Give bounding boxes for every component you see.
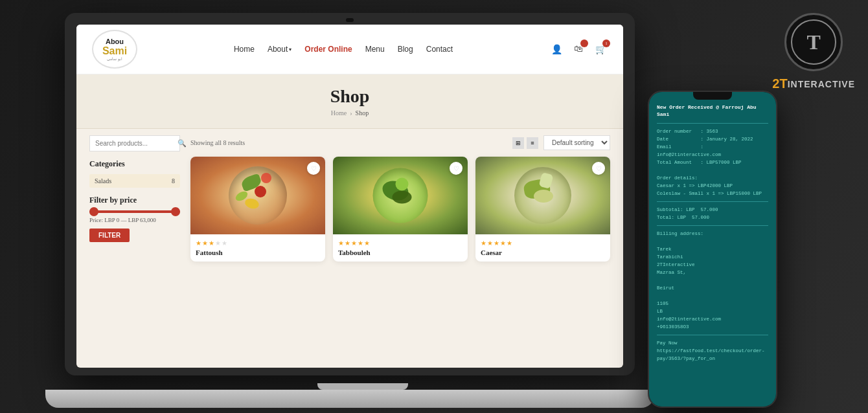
wishlist-btn-caesar[interactable]: ♡: [592, 162, 605, 175]
grid-view-button[interactable]: ⊞: [512, 137, 524, 149]
sidebar: 🔍 Categories Salads 8 Filter by price: [89, 135, 180, 362]
divider-3: [657, 225, 768, 226]
website: Abou Sami ابو سامي Home About ▾ Order On…: [76, 25, 623, 368]
phone-screen: New Order Received @ Farrouj Abu Sami Or…: [649, 92, 776, 407]
shop-content: 🔍 Categories Salads 8 Filter by price: [76, 129, 623, 368]
laptop-screen: Abou Sami ابو سامي Home About ▾ Order On…: [76, 25, 623, 368]
brand-name: 2T INTERACTIVE: [772, 76, 855, 91]
product-info-caesar: ★ ★ ★ ★ ★ Caesar: [475, 234, 610, 262]
nav-links: Home About ▾ Order Online Menu Blog Cont…: [234, 45, 453, 54]
filter-button[interactable]: FILTER: [89, 229, 130, 242]
nav-menu[interactable]: Menu: [365, 45, 385, 54]
laptop-device: Abou Sami ابو سامي Home About ▾ Order On…: [65, 13, 661, 408]
price-range-slider[interactable]: [89, 210, 180, 213]
order-details-label: Order details:: [657, 175, 698, 181]
wishlist-btn-fattoush[interactable]: ♡: [307, 162, 320, 175]
phone-order-details: Order number : 3563 Date : January 28, 2…: [657, 128, 768, 197]
nav-icons: 👤 🛍 🛒 1: [549, 42, 608, 56]
price-label: Price: LBP 0 — LBP 63,000: [89, 217, 180, 223]
order-item-2: Coleslaw - Small x 1 => LBP15000 LBP: [657, 191, 762, 196]
product-image-tabbouleh: ♡: [333, 157, 468, 234]
product-card-fattoush[interactable]: ♡ ★ ★ ★ ★ ★: [190, 157, 325, 262]
phone-device: New Order Received @ Farrouj Abu Sami Or…: [648, 91, 777, 408]
price-range-fill: [89, 210, 180, 213]
cart-icon[interactable]: 🛒 1: [593, 42, 608, 56]
phone-totals: Subtotal: LBP 57.000 Total: LBP 57.000: [657, 206, 768, 221]
price-handle-min[interactable]: [89, 207, 98, 216]
product-info-tabbouleh: ★ ★ ★ ★ ★ Tabbouleh: [333, 234, 468, 262]
product-card-tabbouleh[interactable]: ♡ ★ ★ ★ ★ ★: [333, 157, 468, 262]
brand-suffix: INTERACTIVE: [788, 79, 855, 89]
laptop-frame: Abou Sami ابو سامي Home About ▾ Order On…: [65, 13, 635, 375]
nav-order-online[interactable]: Order Online: [304, 45, 352, 54]
order-item-1: Caesar x 1 => LBP42000 LBP: [657, 183, 733, 188]
search-input[interactable]: [95, 140, 177, 147]
logo-subtitle: ابو سامي: [102, 57, 127, 61]
price-handle-max[interactable]: [171, 207, 180, 216]
brand-logo-inner: T: [791, 19, 836, 65]
product-name-fattoush: Fattoush: [196, 249, 320, 256]
product-name-caesar: Caesar: [481, 249, 605, 256]
wishlist-btn-tabbouleh[interactable]: ♡: [450, 162, 463, 175]
view-controls: ⊞ ≡: [512, 137, 538, 149]
product-image-caesar: ♡: [475, 157, 610, 234]
nav-blog[interactable]: Blog: [398, 45, 413, 54]
products-header: Showing all 8 results ⊞ ≡ Default sortin…: [190, 135, 610, 150]
order-number-label: Order number :: [657, 129, 707, 134]
products-grid: ♡ ★ ★ ★ ★ ★: [190, 157, 610, 262]
product-stars-tabbouleh: ★ ★ ★ ★ ★: [338, 240, 463, 247]
showing-text: Showing all 8 results: [190, 139, 245, 146]
phone-billing: Billing address: Tarek Tarabichi 2TInter…: [657, 230, 768, 331]
wishlist-badge: [580, 39, 588, 47]
date-label: Date :: [657, 137, 707, 142]
billing-label: Billing address:: [657, 231, 703, 236]
navigation: Abou Sami ابو سامي Home About ▾ Order On…: [76, 25, 623, 74]
breadcrumb: Home › Shop: [88, 109, 611, 117]
category-count: 8: [172, 177, 175, 184]
phone-pay-now: Pay Now https://fastfood.test/checkout/o…: [657, 339, 768, 363]
logo[interactable]: Abou Sami ابو سامي: [92, 30, 137, 69]
product-stars-fattoush: ★ ★ ★ ★ ★: [196, 240, 320, 247]
account-icon[interactable]: 👤: [549, 42, 564, 56]
breadcrumb-current: Shop: [356, 109, 369, 117]
breadcrumb-home[interactable]: Home: [331, 109, 347, 117]
branding-section: T 2T INTERACTIVE: [772, 13, 855, 91]
divider-1: [657, 123, 768, 124]
shop-title: Shop: [88, 86, 611, 107]
product-info-fattoush: ★ ★ ★ ★ ★ Fattoush: [190, 234, 325, 262]
categories-title: Categories: [89, 159, 180, 169]
search-box[interactable]: 🔍: [89, 135, 180, 151]
category-name: Salads: [95, 177, 111, 184]
wishlist-icon[interactable]: 🛍: [571, 42, 586, 56]
laptop-camera: [346, 18, 354, 22]
product-image-fattoush: ♡: [190, 157, 325, 234]
nav-contact[interactable]: Contact: [426, 45, 453, 54]
email-label: Email :: [657, 144, 707, 150]
nav-about[interactable]: About ▾: [268, 45, 291, 54]
brand-logo: T: [784, 13, 843, 71]
phone-notch: [693, 92, 732, 100]
product-name-tabbouleh: Tabbouleh: [338, 249, 463, 256]
product-card-caesar[interactable]: ♡ ★ ★ ★ ★ ★: [475, 157, 610, 262]
category-salads[interactable]: Salads 8: [89, 174, 180, 188]
phone-notification-title: New Order Received @ Farrouj Abu Sami: [657, 104, 768, 118]
chevron-down-icon: ▾: [289, 47, 291, 52]
search-icon[interactable]: 🔍: [177, 139, 187, 148]
shop-hero: Shop Home › Shop: [76, 74, 623, 129]
laptop-base-notch: [317, 383, 408, 390]
total-label: Total Amount :: [657, 160, 707, 165]
laptop-base: [45, 390, 654, 408]
sort-select[interactable]: Default sorting: [543, 135, 610, 150]
list-view-button[interactable]: ≡: [527, 137, 538, 149]
nav-home[interactable]: Home: [234, 45, 255, 54]
divider-2: [657, 201, 768, 202]
filter-title: Filter by price: [89, 195, 180, 205]
divider-4: [657, 335, 768, 335]
brand-prefix: 2T: [772, 76, 787, 91]
product-stars-caesar: ★ ★ ★ ★ ★: [481, 240, 605, 247]
cart-badge: 1: [602, 39, 610, 47]
products-area: Showing all 8 results ⊞ ≡ Default sortin…: [190, 135, 610, 362]
brand-t-icon: T: [806, 30, 820, 54]
